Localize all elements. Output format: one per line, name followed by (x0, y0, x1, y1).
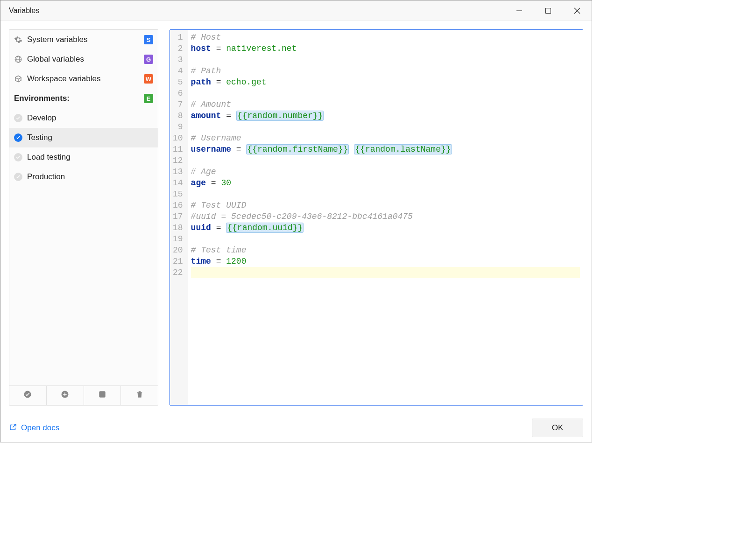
sidebar-item-label: Environments: (14, 94, 139, 103)
token-eq (349, 145, 354, 154)
gutter-line: 14 (173, 177, 183, 189)
code-line[interactable] (191, 54, 580, 65)
token-comment: # Age (191, 167, 216, 176)
close-button[interactable] (563, 0, 592, 21)
edit-icon (98, 390, 106, 401)
sidebar-env-load-testing[interactable]: Load testing (9, 147, 158, 167)
code-line[interactable] (191, 267, 580, 278)
variables-editor[interactable]: 12345678910111213141516171819202122 # Ho… (170, 29, 583, 406)
sidebar-item-label: System variables (27, 35, 139, 44)
code-line[interactable]: uuid = {{random.uuid}} (191, 222, 580, 233)
external-link-icon (9, 423, 17, 434)
sidebar-item-label: Testing (27, 133, 153, 142)
scope-badge: E (144, 94, 153, 103)
sidebar-system-variables[interactable]: System variablesS (9, 30, 158, 49)
window-title: Variables (9, 7, 505, 15)
sidebar-env-testing[interactable]: Testing (9, 128, 158, 147)
token-comment: # Username (191, 133, 241, 143)
code-line[interactable]: time = 1200 (191, 256, 580, 267)
token-eq: = (211, 257, 226, 266)
sidebar-environments-header: Environments:E (9, 89, 158, 108)
code-line[interactable]: # Age (191, 166, 580, 177)
editor-code[interactable]: # Hosthost = nativerest.net # Pathpath =… (188, 30, 583, 405)
scope-badge: W (144, 74, 153, 84)
gutter-line: 9 (173, 121, 183, 133)
edit-button[interactable] (84, 386, 121, 405)
gutter-line: 5 (173, 77, 183, 88)
token-eq: = (231, 145, 246, 154)
sidebar: System variablesSGlobal variablesGWorksp… (9, 29, 158, 406)
check-icon (23, 390, 32, 401)
token-comment: #uuid = 5cedec50-c209-43e6-8212-bbc4161a… (191, 212, 413, 221)
gutter-line: 11 (173, 144, 183, 155)
code-line[interactable] (191, 121, 580, 133)
env-active-icon (14, 153, 22, 161)
sidebar-env-production[interactable]: Production (9, 167, 158, 187)
gutter-line: 15 (173, 189, 183, 200)
add-button[interactable] (46, 386, 84, 405)
gutter-line: 3 (173, 54, 183, 65)
svg-rect-1 (546, 8, 551, 13)
token-comment: # Host (191, 33, 221, 42)
gear-icon (14, 35, 22, 44)
gutter-line: 13 (173, 166, 183, 177)
token-eq: = (211, 223, 226, 232)
token-key: host (191, 44, 211, 53)
code-line[interactable]: amount = {{random.number}} (191, 110, 580, 121)
code-line[interactable]: # Host (191, 32, 580, 43)
sidebar-workspace-variables[interactable]: Workspace variablesW (9, 69, 158, 89)
code-line[interactable]: path = echo.get (191, 77, 580, 88)
token-comment: # Amount (191, 100, 231, 109)
token-eq: = (211, 77, 226, 87)
code-line[interactable] (191, 189, 580, 200)
token-eq: = (221, 111, 236, 120)
gutter-line: 7 (173, 99, 183, 110)
code-line[interactable]: # Amount (191, 99, 580, 110)
token-value: nativerest.net (226, 44, 297, 53)
gutter-line: 21 (173, 256, 183, 267)
maximize-button[interactable] (534, 0, 563, 21)
delete-button[interactable] (120, 386, 158, 405)
code-line[interactable] (191, 233, 580, 245)
cube-icon (14, 75, 22, 83)
token-comment: # Path (191, 66, 221, 76)
code-line[interactable]: # Username (191, 133, 580, 144)
gutter-line: 4 (173, 65, 183, 77)
env-active-icon (14, 133, 22, 142)
code-line[interactable]: # Path (191, 65, 580, 77)
code-line[interactable] (191, 88, 580, 99)
code-line[interactable]: age = 30 (191, 177, 580, 189)
token-comment: # Test UUID (191, 201, 247, 210)
gutter-line: 16 (173, 200, 183, 211)
token-key: time (191, 257, 211, 266)
gutter-line: 19 (173, 233, 183, 245)
sidebar-item-label: Workspace variables (27, 74, 139, 84)
ok-button[interactable]: OK (532, 419, 583, 437)
token-value: echo.get (226, 77, 266, 87)
window-controls (505, 0, 592, 21)
sidebar-list: System variablesSGlobal variablesGWorksp… (9, 30, 158, 385)
editor-gutter: 12345678910111213141516171819202122 (170, 30, 188, 405)
sidebar-global-variables[interactable]: Global variablesG (9, 49, 158, 69)
sidebar-env-develop[interactable]: Develop (9, 108, 158, 128)
code-line[interactable] (191, 155, 580, 166)
code-line[interactable]: username = {{random.firstName}} {{random… (191, 144, 580, 155)
code-line[interactable]: #uuid = 5cedec50-c209-43e6-8212-bbc4161a… (191, 211, 580, 222)
token-template: {{random.firstName}} (246, 144, 349, 154)
code-line[interactable]: # Test UUID (191, 200, 580, 211)
gutter-line: 8 (173, 110, 183, 121)
token-key: username (191, 145, 231, 154)
open-docs-link[interactable]: Open docs (9, 423, 59, 434)
gutter-line: 18 (173, 222, 183, 233)
code-line[interactable]: host = nativerest.net (191, 43, 580, 54)
token-key: amount (191, 111, 221, 120)
minimize-button[interactable] (505, 0, 534, 21)
code-line[interactable]: # Test time (191, 245, 580, 256)
scope-badge: G (144, 55, 153, 64)
toggle-active-button[interactable] (9, 386, 46, 405)
token-eq: = (211, 44, 226, 53)
sidebar-toolbar (9, 385, 158, 405)
token-key: uuid (191, 223, 211, 232)
globe-icon (14, 55, 22, 63)
gutter-line: 17 (173, 211, 183, 222)
